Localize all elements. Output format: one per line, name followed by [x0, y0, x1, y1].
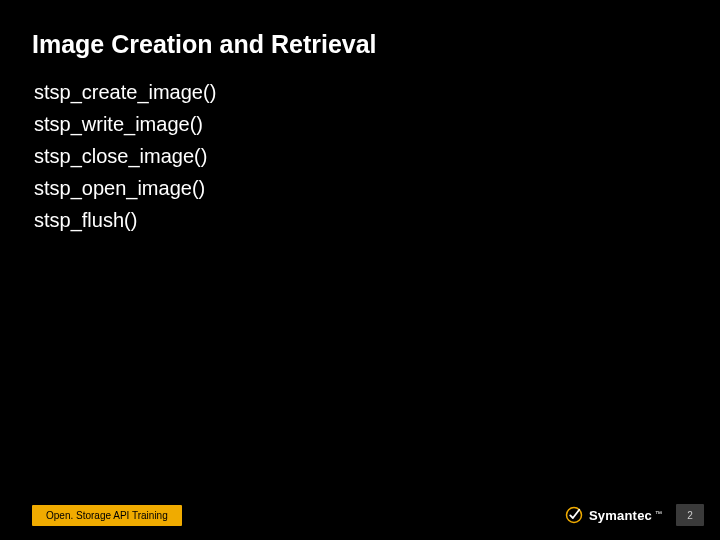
list-item: stsp_flush() [34, 204, 680, 236]
list-item: stsp_write_image() [34, 108, 680, 140]
page-number: 2 [676, 504, 704, 526]
list-item: stsp_create_image() [34, 76, 680, 108]
trademark-symbol: ™ [655, 506, 662, 517]
slide: Image Creation and Retrieval stsp_create… [0, 0, 720, 540]
brand-name: Symantec [589, 508, 652, 523]
slide-body: stsp_create_image() stsp_write_image() s… [34, 76, 680, 236]
slide-title: Image Creation and Retrieval [32, 30, 377, 59]
check-circle-icon [565, 506, 583, 524]
brand: Symantec ™ [565, 506, 662, 524]
slide-footer: Open. Storage API Training Symantec ™ 2 [0, 498, 720, 526]
list-item: stsp_open_image() [34, 172, 680, 204]
list-item: stsp_close_image() [34, 140, 680, 172]
footer-label: Open. Storage API Training [32, 505, 182, 526]
